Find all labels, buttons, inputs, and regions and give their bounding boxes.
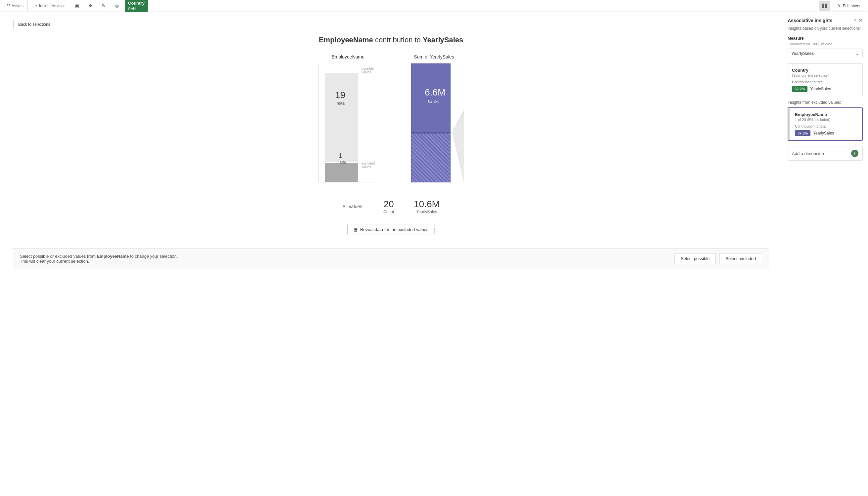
- measure-sub: Calculated on 100% of data: [788, 42, 863, 46]
- reveal-excluded-button[interactable]: ▦ Reveal data for the excluded values: [347, 224, 435, 235]
- add-dimension-label: Add a dimension: [792, 151, 824, 156]
- all-values-count-label: Count: [384, 210, 394, 214]
- excluded-card-indicator: [788, 108, 790, 140]
- right-panel: Associative insights ? ✕ Insights based …: [782, 12, 868, 496]
- employee-contribution-label: Contribution to total: [795, 124, 858, 128]
- rotate-icon[interactable]: ↻: [98, 1, 109, 11]
- insight-label: Insight Advisor: [39, 4, 65, 8]
- target-icon[interactable]: ◎: [111, 1, 122, 11]
- sales-excluded-bar: 4M 37.8%: [411, 133, 451, 182]
- all-values-sales-label: YearlySales: [414, 210, 439, 214]
- layout: Back to selections EmployeeName contribu…: [0, 12, 868, 496]
- lasso-select-icon[interactable]: ▣: [72, 1, 83, 11]
- country-contribution-label: Contribution to total: [792, 80, 858, 84]
- bottom-bar-text: Select possible or excluded values from …: [20, 254, 185, 264]
- expand-icon[interactable]: ✥: [85, 1, 95, 11]
- sales-col-header: Sum of YearlySales: [404, 54, 464, 60]
- country-card-title: Country: [792, 68, 858, 73]
- chart-title-field: EmployeeName: [319, 36, 373, 44]
- country-card: Country (Your current selection) Contrib…: [788, 63, 863, 96]
- assets-icon: ☷: [6, 4, 10, 8]
- sales-possible-value: 6.6M: [425, 87, 445, 98]
- add-icon: +: [851, 150, 858, 157]
- sales-chart: Sum of YearlySales 6.6M 62.2% 4M 37.8%: [404, 54, 464, 182]
- excluded-values-label: excluded values: [362, 161, 378, 169]
- edit-sheet-button[interactable]: ✎ Edit sheet: [833, 1, 865, 11]
- svg-marker-4: [452, 110, 464, 182]
- svg-rect-2: [822, 6, 824, 8]
- all-values-sales-num: 10.6M: [414, 199, 439, 210]
- reveal-button-label: Reveal data for the excluded values: [360, 227, 429, 232]
- bottom-text-field: EmployeeName: [97, 254, 129, 259]
- add-dimension-button[interactable]: Add a dimension +: [788, 146, 863, 160]
- bottom-bar: Select possible or excluded values from …: [13, 248, 769, 269]
- bottom-text-prefix: Select possible or excluded values from: [20, 254, 97, 259]
- employee-card-sub: 1 of 20 (5% excluded): [795, 118, 858, 122]
- selection-value: CAN: [128, 6, 145, 11]
- employee-excluded-bar: [325, 163, 358, 182]
- grid-view-button[interactable]: [819, 1, 830, 11]
- chart-title: EmployeeName contribution to YearlySales: [13, 36, 769, 44]
- sales-bar-container: 6.6M 62.2% 4M 37.8%: [404, 63, 464, 182]
- svg-line-5: [451, 113, 464, 133]
- selection-tag[interactable]: Country CAN: [125, 0, 148, 12]
- country-badge-label: YearlySales: [810, 87, 831, 91]
- select-possible-button[interactable]: Select possible: [674, 253, 716, 264]
- select-excluded-button[interactable]: Select excluded: [719, 253, 762, 264]
- svg-rect-3: [825, 6, 827, 8]
- employee-excluded-count: 1: [339, 152, 342, 160]
- close-panel-icon[interactable]: ✕: [858, 17, 863, 24]
- possible-values-label: possible values: [362, 67, 378, 74]
- country-contribution-row: 62.2% YearlySales: [792, 86, 858, 92]
- panel-header: Associative insights ? ✕: [788, 17, 863, 24]
- employee-badge: 37.8%: [795, 130, 810, 136]
- help-icon[interactable]: ?: [854, 18, 856, 23]
- back-to-selections-button[interactable]: Back to selections: [13, 20, 55, 29]
- employee-possible-count: 19: [335, 90, 345, 100]
- insights-section: Insights from excluded values: EmployeeN…: [788, 100, 863, 141]
- employee-bar-container: 19 95% 1 5% possible values excluded val…: [318, 63, 378, 182]
- svg-rect-1: [825, 4, 827, 5]
- chart-title-measure: YearlySales: [423, 36, 463, 44]
- employee-col-header: EmployeeName: [318, 54, 378, 60]
- insight-icon: ✦: [34, 4, 38, 8]
- country-badge: 62.2%: [792, 86, 807, 92]
- all-values-label: All values:: [342, 204, 363, 209]
- selection-field: Country: [128, 0, 145, 6]
- employee-card-title: EmployeeName: [795, 112, 858, 117]
- main-content: Back to selections EmployeeName contribu…: [0, 12, 782, 496]
- panel-subtitle: Insights based on your current selection…: [788, 26, 863, 31]
- sales-excluded-value: 4M: [426, 221, 439, 232]
- measure-select[interactable]: YearlySales ⌄: [788, 49, 863, 58]
- topbar-left: ☷ Assets ✦ Insight Advisor ▣ ✥ ↻ ◎ Count…: [3, 0, 148, 12]
- tab-assets[interactable]: ☷ Assets: [3, 0, 28, 12]
- insights-label: Insights from excluded values:: [788, 100, 863, 105]
- all-values-sales: 10.6M YearlySales: [414, 199, 439, 214]
- chevron-down-icon: ⌄: [855, 51, 859, 56]
- topbar-right: ✎ Edit sheet: [819, 1, 865, 11]
- sales-possible-bar: 6.6M 62.2%: [411, 63, 451, 133]
- sales-possible-pct: 62.2%: [428, 99, 439, 104]
- all-values-count: 20 Count: [384, 199, 394, 214]
- bottom-bar-actions: Select possible Select excluded: [674, 253, 762, 264]
- table-icon: ▦: [354, 227, 358, 232]
- all-values-row: All values: 20 Count 10.6M YearlySales: [13, 199, 769, 214]
- svg-rect-0: [822, 4, 824, 5]
- all-values-count-num: 20: [384, 199, 394, 210]
- chart-title-middle: contribution to: [373, 36, 423, 44]
- topbar: ☷ Assets ✦ Insight Advisor ▣ ✥ ↻ ◎ Count…: [0, 0, 868, 12]
- employee-possible-pct: 95%: [337, 102, 345, 106]
- employee-possible-bar: [325, 73, 358, 162]
- measure-label: Measure: [788, 36, 863, 41]
- employee-chart: EmployeeName 19 95% 1 5% possible values…: [318, 54, 378, 182]
- chart-area: EmployeeName 19 95% 1 5% possible values…: [13, 54, 769, 235]
- employee-badge-label: YearlySales: [813, 131, 834, 136]
- tab-insight-advisor[interactable]: ✦ Insight Advisor: [30, 0, 69, 12]
- chart-columns: EmployeeName 19 95% 1 5% possible values…: [318, 54, 464, 182]
- sales-excluded-pct: 37.8%: [428, 233, 439, 237]
- measure-value: YearlySales: [791, 51, 814, 56]
- assets-label: Assets: [12, 4, 24, 8]
- edit-sheet-label: Edit sheet: [843, 4, 860, 8]
- employee-excluded-pct: 5%: [340, 160, 346, 165]
- panel-title: Associative insights: [788, 18, 832, 23]
